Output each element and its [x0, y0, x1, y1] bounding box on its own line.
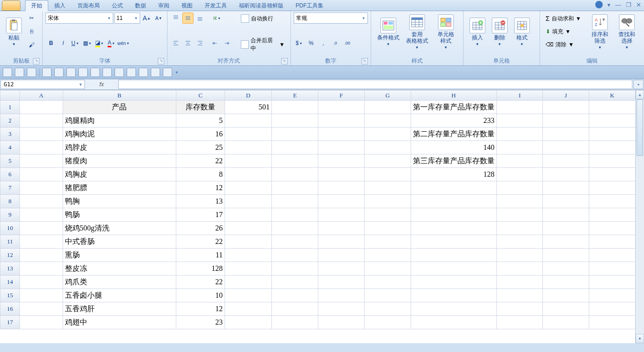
cell-F9[interactable] — [318, 208, 365, 222]
cell-H1[interactable]: 第一库存量产品库存数量 — [411, 101, 496, 114]
cell-G13[interactable] — [364, 262, 411, 275]
underline-button[interactable]: U▼ — [70, 38, 81, 49]
border-button[interactable]: ▦▼ — [82, 38, 93, 49]
row-header-16[interactable]: 16 — [0, 302, 20, 316]
cell-B5[interactable]: 猪瘦肉 — [63, 154, 176, 168]
restore-button[interactable]: ❐ — [626, 1, 631, 8]
cell-E14[interactable] — [272, 275, 318, 289]
cut-button[interactable]: ✂ — [26, 13, 37, 24]
cell-G2[interactable] — [364, 114, 411, 128]
decrease-decimal-button[interactable]: .00 — [342, 38, 353, 49]
cell-C10[interactable]: 26 — [176, 222, 225, 235]
tab-7[interactable]: 开发工具 — [199, 0, 233, 11]
cell-A10[interactable] — [20, 222, 63, 235]
cell-F14[interactable] — [318, 275, 365, 289]
fill-button[interactable]: ⬇填充▼ — [544, 26, 586, 38]
cell-A11[interactable] — [20, 235, 63, 249]
cell-B8[interactable]: 鸭胸 — [63, 195, 176, 208]
cell-J6[interactable] — [543, 168, 589, 181]
cell-E3[interactable] — [272, 128, 318, 141]
row-header-8[interactable]: 8 — [0, 195, 20, 208]
font-size-combo[interactable]: 11▼ — [114, 13, 140, 24]
bold-button[interactable]: B — [45, 38, 57, 49]
cell-J10[interactable] — [543, 222, 589, 235]
row-header-2[interactable]: 2 — [0, 114, 20, 128]
fill-color-button[interactable]: ◪▼ — [94, 38, 105, 49]
cell-H9[interactable] — [411, 208, 496, 222]
cell-I11[interactable] — [496, 235, 543, 249]
cell-E8[interactable] — [272, 195, 318, 208]
cell-A4[interactable] — [20, 141, 63, 154]
format-painter-button[interactable]: 🖌 — [26, 39, 37, 51]
cell-H16[interactable] — [411, 302, 496, 316]
cell-I1[interactable] — [496, 101, 543, 114]
decrease-indent-button[interactable]: ⇤ — [209, 38, 220, 49]
cell-H17[interactable] — [411, 316, 496, 329]
col-header-C[interactable]: C — [176, 90, 225, 101]
cell-I4[interactable] — [496, 141, 543, 154]
cell-K9[interactable] — [589, 208, 635, 222]
cell-F15[interactable] — [318, 289, 365, 302]
cell-E13[interactable] — [272, 262, 318, 275]
cell-H4[interactable]: 140 — [411, 141, 496, 154]
cell-A2[interactable] — [20, 114, 63, 128]
cell-D14[interactable] — [225, 275, 271, 289]
cell-J4[interactable] — [543, 141, 589, 154]
close-button[interactable]: ✕ — [636, 1, 641, 8]
cell-C9[interactable]: 17 — [176, 208, 225, 222]
row-header-7[interactable]: 7 — [0, 181, 20, 195]
cell-B6[interactable]: 鸡胸皮 — [63, 168, 176, 181]
col-header-J[interactable]: J — [543, 90, 589, 101]
cell-D2[interactable] — [225, 114, 271, 128]
cell-D17[interactable] — [225, 316, 271, 329]
tab-6[interactable]: 视图 — [175, 0, 199, 11]
cell-G12[interactable] — [364, 249, 411, 262]
paste-button[interactable]: 粘贴 ▼ — [3, 13, 25, 51]
col-header-B[interactable]: B — [63, 90, 176, 101]
cell-I15[interactable] — [496, 289, 543, 302]
cell-H6[interactable]: 128 — [411, 168, 496, 181]
cell-A3[interactable] — [20, 128, 63, 141]
cell-F5[interactable] — [318, 154, 365, 168]
find-select-button[interactable]: 查找和 选择▼ — [614, 13, 640, 51]
cell-J14[interactable] — [543, 275, 589, 289]
cell-J11[interactable] — [543, 235, 589, 249]
qat-btn-8[interactable] — [127, 68, 136, 77]
cell-K2[interactable] — [589, 114, 635, 128]
cell-E12[interactable] — [272, 249, 318, 262]
ribbon-dropdown-icon[interactable]: ▾ — [607, 1, 611, 8]
comma-button[interactable]: , — [318, 38, 329, 49]
select-all-corner[interactable] — [0, 90, 20, 101]
row-header-4[interactable]: 4 — [0, 141, 20, 154]
cell-H10[interactable] — [411, 222, 496, 235]
autosum-button[interactable]: Σ自动求和▼ — [544, 13, 586, 25]
cell-B7[interactable]: 猪肥膘 — [63, 181, 176, 195]
cell-K4[interactable] — [589, 141, 635, 154]
cell-D6[interactable] — [225, 168, 271, 181]
cell-C15[interactable]: 10 — [176, 289, 225, 302]
qat-btn-1[interactable] — [42, 68, 52, 77]
tab-1[interactable]: 插入 — [48, 0, 71, 11]
copy-button[interactable]: ⎘ — [26, 26, 37, 37]
percent-button[interactable]: % — [306, 38, 317, 49]
insert-cells-button[interactable]: 插入▼ — [467, 13, 488, 51]
row-header-11[interactable]: 11 — [0, 235, 20, 249]
cell-H13[interactable] — [411, 262, 496, 275]
cell-A14[interactable] — [20, 275, 63, 289]
cell-A6[interactable] — [20, 168, 63, 181]
clear-button[interactable]: ⌫清除▼ — [544, 38, 586, 51]
sort-filter-button[interactable]: AZ排序和 筛选▼ — [587, 13, 613, 51]
row-header-13[interactable]: 13 — [0, 262, 20, 275]
cell-I13[interactable] — [496, 262, 543, 275]
col-header-G[interactable]: G — [364, 90, 411, 101]
scroll-thumb[interactable] — [637, 99, 643, 156]
shrink-font-button[interactable]: A▼ — [153, 13, 164, 24]
cell-J15[interactable] — [543, 289, 589, 302]
cell-B12[interactable]: 熏肠 — [63, 249, 176, 262]
cell-C17[interactable]: 23 — [176, 316, 225, 329]
cell-J8[interactable] — [543, 195, 589, 208]
phonetic-button[interactable]: wén▼ — [118, 38, 129, 49]
currency-button[interactable]: $▼ — [294, 38, 305, 49]
cell-H14[interactable] — [411, 275, 496, 289]
cell-H7[interactable] — [411, 181, 496, 195]
